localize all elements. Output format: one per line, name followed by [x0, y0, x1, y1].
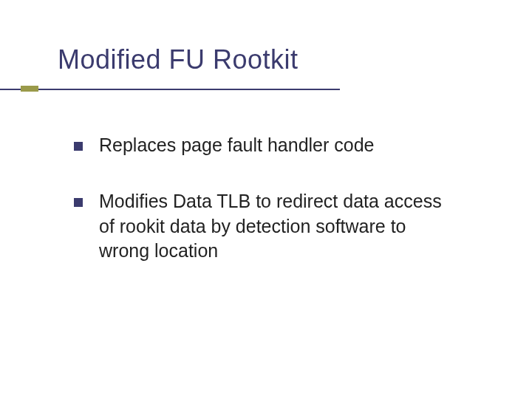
square-bullet-icon [74, 198, 83, 207]
bullet-item: Replaces page fault handler code [74, 133, 488, 158]
title-area: Modified FU Rootkit [58, 44, 488, 75]
bullet-item: Modifies Data TLB to redirect data acces… [74, 189, 488, 264]
title-accent [21, 86, 38, 92]
bullet-text: Modifies Data TLB to redirect data acces… [99, 189, 454, 264]
content-area: Replaces page fault handler code Modifie… [58, 133, 488, 264]
slide-title: Modified FU Rootkit [58, 44, 488, 75]
bullet-text: Replaces page fault handler code [99, 133, 375, 158]
square-bullet-icon [74, 142, 83, 151]
title-underline [0, 89, 340, 90]
slide: Modified FU Rootkit Replaces page fault … [0, 0, 532, 399]
